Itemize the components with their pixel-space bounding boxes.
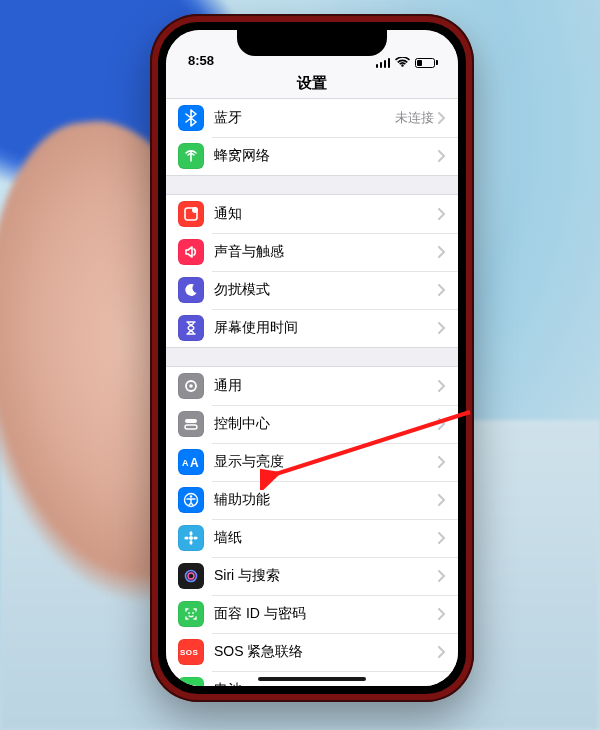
row-label: 蜂窝网络 xyxy=(214,147,438,165)
wifi-icon xyxy=(395,57,410,68)
svg-point-3 xyxy=(189,384,193,388)
status-time: 8:58 xyxy=(188,53,214,68)
chevron-right-icon xyxy=(438,246,446,258)
row-cellular[interactable]: 蜂窝网络 xyxy=(166,137,458,175)
row-label: SOS 紧急联络 xyxy=(214,643,438,661)
chevron-right-icon xyxy=(438,608,446,620)
siri-icon xyxy=(178,563,204,589)
notifications-icon xyxy=(178,201,204,227)
svg-point-11 xyxy=(190,531,193,535)
row-sounds[interactable]: 声音与触感 xyxy=(166,233,458,271)
svg-text:SOS: SOS xyxy=(180,648,199,657)
phone-frame: 8:58 xyxy=(150,14,474,702)
chevron-right-icon xyxy=(438,322,446,334)
svg-text:A: A xyxy=(182,458,189,468)
chevron-right-icon xyxy=(438,532,446,544)
row-label: Siri 与搜索 xyxy=(214,567,438,585)
row-dnd[interactable]: 勿扰模式 xyxy=(166,271,458,309)
battery-icon xyxy=(415,58,438,68)
speaker-icon xyxy=(178,239,204,265)
svg-point-10 xyxy=(189,536,193,540)
row-screentime[interactable]: 屏幕使用时间 xyxy=(166,309,458,347)
row-siri[interactable]: Siri 与搜索 xyxy=(166,557,458,595)
settings-group-general: 通用 控制中心 AA 显示与亮度 xyxy=(166,366,458,686)
row-label: 勿扰模式 xyxy=(214,281,438,299)
row-control-center[interactable]: 控制中心 xyxy=(166,405,458,443)
toggle-icon xyxy=(178,411,204,437)
row-bluetooth[interactable]: 蓝牙 未连接 xyxy=(166,99,458,137)
sos-icon: SOS xyxy=(178,639,204,665)
svg-point-17 xyxy=(188,612,190,614)
antenna-icon xyxy=(178,143,204,169)
row-label: 墙纸 xyxy=(214,529,438,547)
svg-point-18 xyxy=(192,612,194,614)
hourglass-icon xyxy=(178,315,204,341)
row-label: 蓝牙 xyxy=(214,109,395,127)
row-label: 控制中心 xyxy=(214,415,438,433)
row-label: 辅助功能 xyxy=(214,491,438,509)
row-label: 通用 xyxy=(214,377,438,395)
chevron-right-icon xyxy=(438,208,446,220)
settings-list[interactable]: 蓝牙 未连接 蜂窝网络 xyxy=(166,98,458,686)
moon-icon xyxy=(178,277,204,303)
home-indicator[interactable] xyxy=(258,677,366,681)
svg-point-9 xyxy=(190,495,193,498)
chevron-right-icon xyxy=(438,112,446,124)
row-label: 面容 ID 与密码 xyxy=(214,605,438,623)
svg-rect-5 xyxy=(185,425,197,429)
svg-rect-4 xyxy=(185,419,197,423)
screen: 8:58 xyxy=(166,30,458,686)
row-display[interactable]: AA 显示与亮度 xyxy=(166,443,458,481)
row-detail: 未连接 xyxy=(395,109,434,127)
chevron-right-icon xyxy=(438,418,446,430)
row-label: 声音与触感 xyxy=(214,243,438,261)
chevron-right-icon xyxy=(438,494,446,506)
chevron-right-icon xyxy=(438,570,446,582)
accessibility-icon xyxy=(178,487,204,513)
row-general[interactable]: 通用 xyxy=(166,367,458,405)
svg-point-1 xyxy=(192,207,198,213)
settings-group-alerts: 通知 声音与触感 勿扰模式 xyxy=(166,194,458,348)
row-wallpaper[interactable]: 墙纸 xyxy=(166,519,458,557)
faceid-icon xyxy=(178,601,204,627)
row-label: 显示与亮度 xyxy=(214,453,438,471)
row-notifications[interactable]: 通知 xyxy=(166,195,458,233)
row-label: 屏幕使用时间 xyxy=(214,319,438,337)
notch xyxy=(237,30,387,56)
svg-text:A: A xyxy=(190,456,199,469)
row-faceid[interactable]: 面容 ID 与密码 xyxy=(166,595,458,633)
svg-point-15 xyxy=(186,571,197,582)
chevron-right-icon xyxy=(438,646,446,658)
svg-point-12 xyxy=(190,540,193,544)
settings-group-connectivity: 蓝牙 未连接 蜂窝网络 xyxy=(166,98,458,176)
gear-icon xyxy=(178,373,204,399)
row-label: 通知 xyxy=(214,205,438,223)
svg-point-13 xyxy=(184,537,188,540)
row-accessibility[interactable]: 辅助功能 xyxy=(166,481,458,519)
chevron-right-icon xyxy=(438,380,446,392)
svg-point-14 xyxy=(193,537,197,540)
text-size-icon: AA xyxy=(178,449,204,475)
bluetooth-icon xyxy=(178,105,204,131)
chevron-right-icon xyxy=(438,456,446,468)
row-label: 电池 xyxy=(214,681,438,686)
row-sos[interactable]: SOS SOS 紧急联络 xyxy=(166,633,458,671)
svg-point-16 xyxy=(188,573,194,579)
chevron-right-icon xyxy=(438,150,446,162)
chevron-right-icon xyxy=(438,284,446,296)
flower-icon xyxy=(178,525,204,551)
cellular-signal-icon xyxy=(376,58,391,68)
